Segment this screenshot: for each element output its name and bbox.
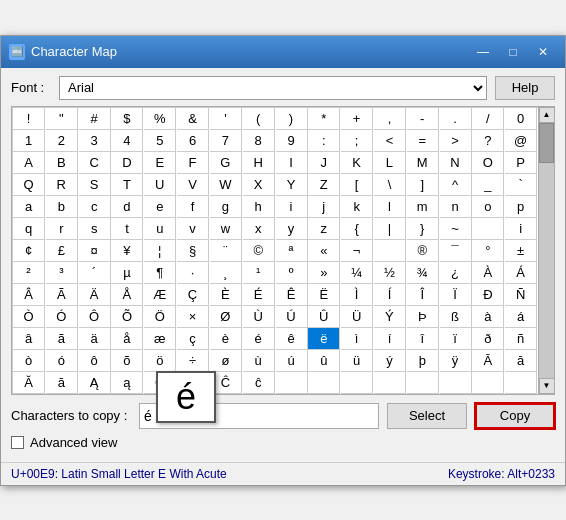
char-cell[interactable]: F [177,152,209,174]
char-cell[interactable]: ® [407,240,439,262]
char-cell[interactable]: ¸ [210,262,242,284]
char-cell[interactable]: W [210,174,242,196]
font-select-wrapper[interactable]: Arial [59,76,487,100]
char-cell[interactable]: ¥ [111,240,143,262]
char-cell[interactable]: ç [177,328,209,350]
char-cell[interactable]: Ù [243,306,275,328]
minimize-button[interactable]: — [469,42,497,62]
char-cell[interactable]: î [407,328,439,350]
char-cell[interactable]: ¢ [13,240,45,262]
char-cell[interactable]: y [276,218,308,240]
char-cell[interactable]: ă [46,372,78,394]
scroll-down-button[interactable]: ▼ [539,378,555,394]
char-cell[interactable]: @ [505,130,537,152]
char-cell[interactable]: ¤ [79,240,111,262]
char-cell[interactable]: « [308,240,340,262]
char-cell[interactable]: M [407,152,439,174]
char-cell[interactable]: £ [46,240,78,262]
char-cell[interactable]: ë [308,328,340,350]
char-cell[interactable]: " [46,108,78,130]
char-cell[interactable]: e [144,196,176,218]
char-cell[interactable]: Í [374,284,406,306]
char-cell[interactable]: [ [341,174,373,196]
close-button[interactable]: ✕ [529,42,557,62]
char-cell[interactable]: 3 [79,130,111,152]
char-cell[interactable]: T [111,174,143,196]
char-cell[interactable]: Â [13,284,45,306]
char-cell[interactable]: ā [505,350,537,372]
char-cell[interactable]: ± [505,240,537,262]
char-cell[interactable]: ĉ [243,372,275,394]
char-cell[interactable]: » [308,262,340,284]
char-cell[interactable]: ¬ [341,240,373,262]
char-cell[interactable]: ­ [374,240,406,262]
char-cell[interactable]: À [472,262,504,284]
char-cell[interactable]: ( [243,108,275,130]
char-cell[interactable]: & [177,108,209,130]
char-cell[interactable]: ^ [440,174,472,196]
maximize-button[interactable]: □ [499,42,527,62]
char-cell[interactable]: > [440,130,472,152]
char-cell[interactable]: õ [111,350,143,372]
char-cell[interactable]: ñ [505,328,537,350]
char-cell[interactable]: ò [13,350,45,372]
char-cell[interactable]: c [79,196,111,218]
char-cell[interactable]: C [79,152,111,174]
scroll-thumb[interactable] [539,123,554,163]
char-cell[interactable]: Å [111,284,143,306]
char-cell[interactable]: ã [46,328,78,350]
char-cell[interactable]: _ [472,174,504,196]
char-cell[interactable]: ö [144,350,176,372]
char-cell[interactable]: Ü [341,306,373,328]
char-cell[interactable]: r [46,218,78,240]
char-cell[interactable]: ¦ [144,240,176,262]
char-cell[interactable]: J [308,152,340,174]
char-cell[interactable]: ú [276,350,308,372]
char-cell[interactable]: í [374,328,406,350]
char-cell[interactable]: P [505,152,537,174]
char-cell[interactable]: ² [13,262,45,284]
char-cell[interactable]: b [46,196,78,218]
char-cell[interactable]: i [276,196,308,218]
char-cell[interactable]: Ý [374,306,406,328]
char-cell[interactable]: ? [472,130,504,152]
char-cell[interactable]: x [243,218,275,240]
char-cell[interactable]: è [210,328,242,350]
char-cell[interactable]: µ [111,262,143,284]
char-cell[interactable]: h [243,196,275,218]
char-cell[interactable]: S [79,174,111,196]
char-cell[interactable]: X [243,174,275,196]
char-cell[interactable]: k [341,196,373,218]
char-cell[interactable]: Æ [144,284,176,306]
char-cell[interactable]: G [210,152,242,174]
char-cell[interactable]: 2 [46,130,78,152]
char-cell[interactable]: t [111,218,143,240]
char-cell[interactable]: ì [341,328,373,350]
char-cell[interactable]: $ [111,108,143,130]
char-cell[interactable]: Ì [341,284,373,306]
char-cell[interactable]: þ [407,350,439,372]
char-cell[interactable]: 9 [276,130,308,152]
font-dropdown[interactable]: Arial [59,76,487,100]
char-cell[interactable]: Z [308,174,340,196]
char-cell[interactable]: á [505,306,537,328]
char-cell[interactable]: ÷ [177,350,209,372]
char-cell[interactable]: . [440,108,472,130]
advanced-checkbox[interactable] [11,436,24,449]
char-cell[interactable]: Î [407,284,439,306]
char-cell[interactable]: Ä [79,284,111,306]
char-cell[interactable]: Õ [111,306,143,328]
char-cell[interactable]: Ë [308,284,340,306]
char-cell[interactable]: × [177,306,209,328]
char-cell[interactable]: ø [210,350,242,372]
char-cell[interactable]: ~ [440,218,472,240]
char-cell[interactable]: 8 [243,130,275,152]
char-cell[interactable]: U [144,174,176,196]
char-cell[interactable]: % [144,108,176,130]
char-cell[interactable]: K [341,152,373,174]
char-cell[interactable]: - [407,108,439,130]
char-cell[interactable]: N [440,152,472,174]
char-cell[interactable]: ô [79,350,111,372]
char-cell[interactable]: Ã [46,284,78,306]
char-cell[interactable]: A [13,152,45,174]
